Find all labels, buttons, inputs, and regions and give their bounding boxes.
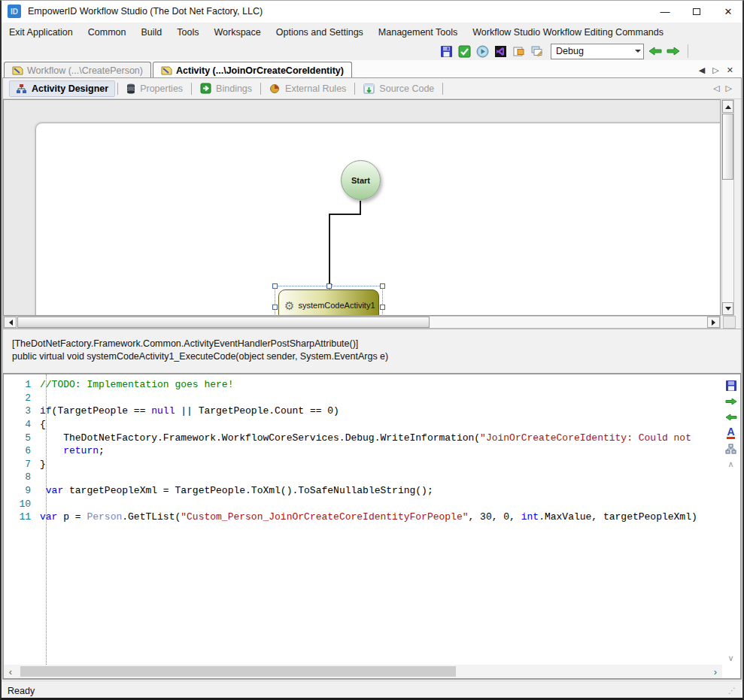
- layers-edit-icon[interactable]: [530, 44, 543, 58]
- designer-canvas-area[interactable]: Start ⚙ systemCodeActivity1: [3, 99, 721, 316]
- subtab-separator: [191, 83, 192, 95]
- close-button[interactable]: ✕: [712, 0, 744, 23]
- scroll-left-button[interactable]: [4, 317, 17, 328]
- vertical-scroll-thumb[interactable]: [722, 114, 733, 180]
- database-icon: [126, 83, 135, 94]
- chevron-down-icon[interactable]: [632, 44, 643, 59]
- editor-vertical-scrollbar[interactable]: ∧ ∨: [725, 458, 736, 665]
- font-color-icon[interactable]: A: [724, 426, 737, 439]
- subtab-scroll-right-icon[interactable]: ▷: [726, 83, 732, 93]
- scroll-up-button[interactable]: [722, 100, 733, 113]
- designer-vertical-scrollbar[interactable]: [721, 99, 734, 316]
- toolbar: Debug: [0, 42, 744, 60]
- code-line: 9 var targetPeopleXml = TargetPeople.ToX…: [4, 484, 722, 498]
- org-chart-icon: [16, 83, 27, 94]
- tab-label: Workflow (...\CreatePerson): [27, 65, 143, 76]
- resize-grip-icon[interactable]: ⋰: [728, 686, 736, 695]
- code-lines[interactable]: 1//TODO: Implementation goes here!23if(T…: [4, 378, 722, 665]
- scroll-left-icon[interactable]: ‹: [4, 666, 17, 677]
- run-icon[interactable]: [475, 44, 489, 58]
- scroll-track[interactable]: [17, 665, 709, 677]
- subtab-scroll-left-icon[interactable]: ◁: [713, 83, 719, 93]
- code-editor[interactable]: 1//TODO: Implementation goes here!23if(T…: [3, 374, 741, 679]
- tab-activity-joinorcreatecoreidentity[interactable]: Activity (...\JoinOrCreateCoreIdentity): [153, 62, 352, 78]
- subtab-label: Properties: [140, 83, 183, 94]
- code-line: 6 return;: [4, 444, 722, 458]
- horizontal-scroll-thumb[interactable]: [20, 666, 456, 677]
- green-arrow-icon: [200, 83, 211, 94]
- tab-close-icon[interactable]: ✕: [727, 65, 733, 75]
- app-icon: ID: [8, 5, 21, 18]
- save-icon[interactable]: [439, 44, 453, 58]
- scroll-right-icon[interactable]: ›: [709, 666, 722, 677]
- document-tab-strip: Workflow (...\CreatePerson) Activity (..…: [0, 60, 744, 78]
- scroll-right-button[interactable]: [707, 317, 720, 328]
- code-line: 3if(TargetPeople == null || TargetPeople…: [4, 405, 722, 418]
- new-window-icon[interactable]: [512, 44, 525, 58]
- flow-connector: [4, 100, 721, 316]
- save-icon[interactable]: [724, 379, 737, 392]
- subtab-label: Activity Designer: [32, 83, 108, 94]
- designer-horizontal-scrollbar[interactable]: [3, 316, 721, 329]
- horizontal-scroll-thumb[interactable]: [17, 317, 430, 328]
- subtab-activity-designer[interactable]: Activity Designer: [9, 80, 115, 97]
- code-line: 10: [4, 497, 722, 511]
- subtab-separator: [442, 83, 443, 95]
- resize-handle[interactable]: [272, 305, 278, 310]
- subtab-source-code[interactable]: Source Code: [357, 81, 440, 96]
- subtab-external-rules[interactable]: External Rules: [263, 81, 352, 96]
- menu-item-workspace[interactable]: Workspace: [206, 24, 268, 41]
- attribute-line: [TheDotNetFactory.Framework.Common.Activ…: [12, 338, 732, 350]
- resize-handle[interactable]: [272, 283, 278, 289]
- source-window-icon: [363, 83, 375, 94]
- visual-studio-icon[interactable]: [493, 44, 507, 58]
- build-check-icon[interactable]: [457, 44, 471, 58]
- code-line: 4{: [4, 418, 722, 432]
- org-chart-icon[interactable]: [724, 442, 737, 455]
- tab-workflow-createperson[interactable]: Workflow (...\CreatePerson): [4, 62, 151, 78]
- resize-handle[interactable]: [380, 305, 385, 310]
- back-arrow-icon[interactable]: [724, 411, 737, 423]
- scroll-up-icon[interactable]: ∧: [727, 459, 733, 469]
- debug-config-combobox[interactable]: Debug: [551, 44, 644, 59]
- scroll-down-button[interactable]: [722, 302, 733, 315]
- menu-item-workflow-editing-commands[interactable]: Workflow Studio Workflow Editing Command…: [465, 24, 671, 41]
- code-line: 1//TODO: Implementation goes here!: [4, 378, 722, 392]
- code-line: 7}: [4, 458, 722, 471]
- resize-handle[interactable]: [326, 283, 332, 289]
- editor-horizontal-scrollbar[interactable]: ‹ ›: [4, 665, 722, 678]
- menu-bar: Exit Application Common Build Tools Work…: [0, 23, 744, 42]
- menu-item-build[interactable]: Build: [134, 24, 170, 41]
- debug-config-value: Debug: [551, 46, 632, 56]
- menu-item-exit-application[interactable]: Exit Application: [2, 24, 80, 41]
- start-activity-node[interactable]: Start: [341, 160, 381, 200]
- editor-side-toolbar: A ∧ ∨: [723, 379, 739, 665]
- document-note-icon: [161, 65, 172, 76]
- tab-scroll-left-icon[interactable]: ◀: [699, 65, 705, 75]
- method-signature-panel: [TheDotNetFactory.Framework.Common.Activ…: [3, 329, 741, 374]
- minimize-button[interactable]: —: [649, 0, 681, 23]
- status-bar: Ready ⋰: [0, 680, 744, 700]
- menu-item-management-tools[interactable]: Management Tools: [371, 24, 465, 41]
- menu-item-options-and-settings[interactable]: Options and Settings: [269, 24, 371, 41]
- maximize-icon: [693, 8, 700, 15]
- resize-handle[interactable]: [380, 283, 385, 289]
- menu-item-common[interactable]: Common: [80, 24, 134, 41]
- back-arrow-icon[interactable]: [648, 44, 662, 58]
- maximize-button[interactable]: [681, 0, 712, 23]
- forward-arrow-icon[interactable]: [667, 44, 680, 58]
- forward-arrow-icon[interactable]: [724, 395, 737, 408]
- subtab-bindings[interactable]: Bindings: [194, 80, 258, 96]
- selection-rectangle: [275, 286, 383, 316]
- code-line: 11var p = Person.GetTList("Custom_Person…: [4, 511, 722, 524]
- menu-item-tools[interactable]: Tools: [169, 24, 206, 41]
- rules-icon: [269, 83, 281, 94]
- subtab-separator: [354, 83, 355, 95]
- subtab-label: Source Code: [379, 83, 434, 94]
- scroll-down-icon[interactable]: ∨: [727, 653, 733, 663]
- app-window: ID EmpowerID Workflow Studio (The Dot Ne…: [0, 0, 744, 700]
- method-declaration-line: public virtual void systemCodeActivity1_…: [12, 350, 732, 363]
- tab-scroll-right-icon[interactable]: ▷: [712, 65, 718, 75]
- tab-label: Activity (...\JoinOrCreateCoreIdentity): [176, 65, 344, 76]
- subtab-properties[interactable]: Properties: [120, 81, 189, 96]
